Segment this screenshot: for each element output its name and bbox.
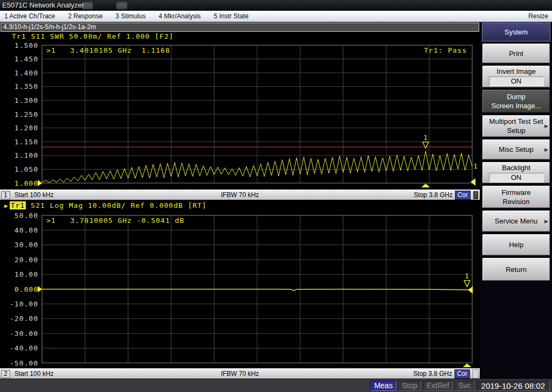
- meas-indicator: Meas: [370, 381, 396, 391]
- softkey-help-label: Help: [509, 240, 523, 249]
- sweep-indicator-icon: [471, 178, 475, 186]
- y-axis-label: 1.250: [15, 110, 38, 118]
- y-axis-label: 1.350: [15, 82, 38, 90]
- ch1-grid: [42, 45, 472, 183]
- softkey-multiport-test-set-setup-label: Multiport Test Set: [489, 117, 543, 126]
- y-axis-label: 0.000: [15, 285, 38, 293]
- titlebar-reflection: [82, 2, 93, 9]
- softkey-return-button[interactable]: Return: [482, 257, 550, 281]
- submenu-arrow-icon: ▶: [544, 145, 548, 154]
- channel1-cor-badge: Cor: [455, 191, 471, 200]
- softkey-multiport-test-set-setup-button[interactable]: Multiport Test SetSetup▶: [482, 115, 550, 137]
- y-axis-label: 1.150: [15, 138, 38, 146]
- menu-item-2[interactable]: 2 Response: [68, 12, 102, 20]
- softkey-firmware-revision-label: Firmware: [501, 188, 530, 197]
- softkey-return-label: Return: [506, 265, 527, 274]
- y-axis-label: -10.00: [10, 300, 38, 308]
- channel2-trace-header[interactable]: ▶Tr1S21 Log Mag 10.00dB/ Ref 0.000dB [RT…: [4, 201, 207, 209]
- menu-item-1[interactable]: 1 Active Ch/Trace: [4, 12, 55, 20]
- marker-1[interactable]: 1: [423, 134, 429, 148]
- softkey-dump-screen-image-label: Dump: [507, 92, 526, 101]
- channel1-ifbw-label: IFBW 70 kHz: [221, 191, 259, 199]
- y-axis-label: 10.00: [15, 270, 38, 278]
- channel2-cor-badge: Cor: [454, 369, 470, 379]
- channel1-trace-header[interactable]: Tr1S11 SWR 50.00m/ Ref 1.000 [F2]: [4, 32, 174, 40]
- softkey-help-button[interactable]: Help: [482, 234, 550, 256]
- channel1-warning-badge: !: [473, 191, 479, 200]
- marker-1[interactable]: 1: [464, 272, 470, 286]
- softkey-dump-screen-image-label: Screen Image...: [492, 101, 541, 110]
- y-axis-label: 50.00: [15, 212, 38, 220]
- softkey-firmware-revision-label: Revision: [503, 197, 530, 206]
- channel-title-bar: 4.3/10-h-j1/2s-5/n-h-j1/2s-1a-2m: [1, 23, 479, 32]
- extref-indicator: ExtRef: [423, 381, 453, 391]
- y-axis-label: 1.400: [15, 69, 38, 77]
- softkey-backlight-button[interactable]: BacklightON: [482, 162, 550, 184]
- softkey-menu-title: System: [482, 23, 550, 41]
- svg-text:1: 1: [423, 134, 428, 142]
- svg-text:1: 1: [465, 272, 470, 280]
- resize-button[interactable]: Resize: [528, 12, 552, 20]
- channel2-ifbw-label: IFBW 70 kHz: [221, 370, 259, 377]
- trace-number-label: 1: [473, 162, 478, 170]
- softkey-service-menu-button[interactable]: Service Menu▶: [482, 210, 550, 232]
- menu-item-5[interactable]: 5 Instr State: [213, 12, 249, 20]
- y-axis-label: -20.00: [10, 314, 38, 323]
- marker-stimulus-indicator-icon: [422, 184, 430, 187]
- ref-level-indicator-icon: [38, 180, 42, 186]
- channel1-start-label: Start 100 kHz: [15, 191, 54, 199]
- marker-stimulus-indicator-icon: [463, 363, 471, 367]
- submenu-arrow-icon: ▶: [544, 216, 548, 226]
- softkey-invert-image-value: ON: [489, 76, 544, 86]
- softkey-invert-image-button[interactable]: Invert ImageON: [482, 65, 550, 88]
- channel2-graph: 50.0040.0030.0020.0010.000.000-10.00-20.…: [10, 212, 473, 368]
- softkey-print-label: Print: [509, 49, 523, 58]
- y-axis-label: 1.050: [15, 165, 38, 173]
- submenu-arrow-icon: ▶: [544, 122, 548, 131]
- channel2-start-label: Start 100 kHz: [15, 370, 54, 377]
- channel1-trace-label[interactable]: Tr1: [12, 32, 26, 40]
- sweep-indicator-icon: [468, 286, 473, 293]
- svc-indicator: Svc: [454, 381, 474, 391]
- softkey-misc-setup-label: Misc Setup: [499, 145, 533, 154]
- channel1-number-badge: 1: [1, 191, 10, 199]
- menu-item-4[interactable]: 4 Mkr/Analysis: [158, 12, 201, 20]
- y-axis-label: 30.00: [15, 241, 38, 249]
- channel1-plot[interactable]: 1.5001.4501.4001.3501.3001.2501.2001.150…: [0, 42, 480, 190]
- channel2-stop-label: Stop 3.8 GHz: [413, 370, 452, 377]
- softkey-service-menu-label: Service Menu: [495, 216, 537, 226]
- y-axis-label: 20.00: [15, 256, 38, 264]
- softkey-invert-image-label: Invert Image: [496, 67, 535, 76]
- softkey-firmware-revision-button[interactable]: FirmwareRevision: [482, 185, 550, 208]
- titlebar-reflection: [116, 2, 127, 9]
- y-axis-label: -50.00: [10, 359, 38, 367]
- softkey-backlight-label: Backlight: [502, 163, 530, 172]
- y-axis-label: -30.00: [10, 330, 38, 338]
- channel1-marker-readout: >1 3.4010105 GHz 1.1168: [46, 46, 170, 54]
- active-trace-arrow-icon: ▶: [4, 202, 9, 209]
- softkey-backlight-value: ON: [489, 173, 544, 183]
- datetime-display: 2019-10-26 08:02: [477, 381, 550, 391]
- channel1-stop-label: Stop 3.8 GHz: [414, 191, 453, 199]
- channel2-trace-label[interactable]: Tr1: [10, 201, 26, 209]
- menu-item-3[interactable]: 3 Stimulus: [115, 12, 146, 20]
- ref-level-indicator-icon: [38, 286, 42, 292]
- y-axis-label: 1.500: [15, 42, 38, 50]
- channel2-number-badge: 2: [1, 370, 10, 378]
- display-area: 4.3/10-h-j1/2s-5/n-h-j1/2s-1a-2m Tr1S11 …: [0, 22, 480, 379]
- window-title: E5071C Network Analyzer: [2, 1, 84, 9]
- y-axis-label: 1.450: [15, 55, 38, 63]
- softkey-dump-screen-image-button[interactable]: DumpScreen Image...: [482, 89, 550, 113]
- softkey-multiport-test-set-setup-label: Setup: [507, 126, 526, 135]
- channel2-status-bar: 2 Start 100 kHz IFBW 70 kHz Stop 3.8 GHz…: [0, 368, 480, 379]
- y-axis-label: 1.200: [15, 124, 38, 132]
- y-axis-label: -40.00: [10, 344, 38, 352]
- menu-items: 1 Active Ch/Trace2 Response3 Stimulus4 M…: [0, 12, 249, 20]
- channel2-plot[interactable]: 50.0040.0030.0020.0010.000.000-10.00-20.…: [0, 211, 480, 368]
- softkey-print-button[interactable]: Print: [482, 43, 550, 64]
- y-axis-label: 1.000: [15, 179, 38, 187]
- channel1-graph: 1.5001.4501.4001.3501.3001.2501.2001.150…: [15, 42, 478, 187]
- softkey-misc-setup-button[interactable]: Misc Setup▶: [482, 139, 550, 160]
- menu-bar: 1 Active Ch/Trace2 Response3 Stimulus4 M…: [0, 11, 552, 22]
- vna-screen: E5071C Network Analyzer 1 Active Ch/Trac…: [0, 0, 552, 392]
